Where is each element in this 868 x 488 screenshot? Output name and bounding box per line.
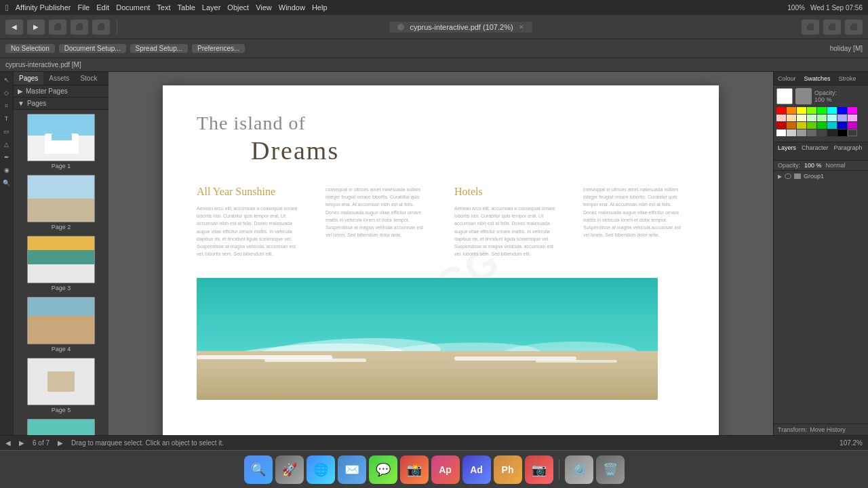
color-light-blue[interactable] bbox=[837, 115, 847, 121]
color-dark-magenta[interactable] bbox=[848, 122, 857, 129]
tab-stock[interactable]: Stock bbox=[75, 72, 102, 85]
dock-affinity-ph[interactable]: Ph bbox=[494, 455, 522, 484]
page-thumb-5[interactable]: Page 5 bbox=[16, 357, 106, 415]
dock-trash[interactable]: 🗑️ bbox=[596, 455, 625, 484]
layer-expand-icon[interactable]: ▶ bbox=[778, 174, 782, 180]
fill-tool[interactable]: ◉ bbox=[1, 165, 12, 176]
menu-view[interactable]: View bbox=[256, 3, 272, 12]
crop-tool[interactable]: ⌗ bbox=[1, 100, 12, 111]
dock-photos[interactable]: 📸 bbox=[400, 455, 429, 484]
page-thumb-2[interactable]: Page 2 bbox=[16, 174, 106, 232]
node-tool[interactable]: ◇ bbox=[1, 87, 12, 98]
menu-file[interactable]: File bbox=[77, 3, 90, 12]
dock-affinity-pub[interactable]: Ap bbox=[431, 455, 460, 484]
play-btn[interactable]: ▶ bbox=[58, 439, 63, 447]
color-peach[interactable] bbox=[787, 115, 796, 121]
color-dark-blue[interactable] bbox=[837, 122, 847, 129]
dock-safari[interactable]: 🌐 bbox=[307, 455, 335, 484]
doc-close-x[interactable]: ✕ bbox=[519, 24, 524, 30]
color-cyan[interactable] bbox=[827, 107, 837, 114]
character-tab[interactable]: Character bbox=[802, 144, 829, 158]
toolbar-btn-5[interactable]: ⬛ bbox=[92, 20, 110, 35]
menu-edit[interactable]: Edit bbox=[96, 3, 109, 12]
color-dark-orange[interactable] bbox=[787, 122, 796, 129]
color-dark-red[interactable] bbox=[776, 122, 786, 129]
doc-tab-title[interactable]: cyprus-interactive.pdf [M] bbox=[5, 61, 81, 68]
dock-settings[interactable]: ⚙️ bbox=[565, 455, 593, 484]
dock-mail[interactable]: ✉️ bbox=[338, 455, 366, 484]
menu-document[interactable]: Document bbox=[116, 3, 150, 12]
dock-launchpad[interactable]: 🚀 bbox=[275, 455, 304, 484]
color-dark-lime[interactable] bbox=[807, 122, 816, 129]
page-thumb-3[interactable]: Page 3 bbox=[16, 235, 106, 293]
color-light-magenta[interactable] bbox=[848, 115, 857, 121]
zoom-tool[interactable]: 🔍 bbox=[1, 178, 12, 188]
frame-tool[interactable]: ▭ bbox=[1, 126, 12, 137]
next-page-btn[interactable]: ▶ bbox=[19, 439, 24, 447]
canvas-area[interactable]: RRCG The island of Dreams All Year Sunsh… bbox=[108, 72, 773, 435]
toolbar-btn-1[interactable]: ◀ bbox=[5, 20, 23, 35]
prev-page-btn[interactable]: ◀ bbox=[5, 439, 11, 447]
color-mint[interactable] bbox=[817, 115, 827, 121]
page-thumb-6[interactable]: Page 6 bbox=[16, 418, 106, 435]
paragraph-tab[interactable]: Paragraph bbox=[834, 144, 863, 158]
select-tool[interactable]: ↖ bbox=[1, 75, 12, 85]
toolbar-right-3[interactable]: ⬛ bbox=[845, 20, 863, 35]
layer-item-group[interactable]: ▶ Group1 bbox=[774, 171, 868, 182]
tab-assets[interactable]: Assets bbox=[43, 72, 75, 85]
color-green[interactable] bbox=[817, 107, 827, 114]
color-white-swatch[interactable] bbox=[776, 88, 793, 104]
menu-window[interactable]: Window bbox=[279, 3, 305, 12]
menu-object[interactable]: Object bbox=[227, 3, 249, 12]
tab-pages[interactable]: Pages bbox=[14, 72, 43, 85]
color-dark-gray[interactable] bbox=[817, 129, 827, 136]
menu-layer[interactable]: Layer bbox=[202, 3, 221, 12]
dock-finder[interactable]: 🔍 bbox=[244, 455, 273, 484]
color-light-pink[interactable] bbox=[776, 115, 786, 121]
color-light-gray[interactable] bbox=[787, 129, 796, 136]
shape-tool[interactable]: △ bbox=[1, 139, 12, 150]
color-dark-cyan[interactable] bbox=[827, 122, 837, 129]
preferences-btn[interactable]: Preferences... bbox=[192, 44, 245, 53]
color-gray[interactable] bbox=[807, 129, 816, 136]
transform-tabs[interactable]: Move History bbox=[810, 426, 846, 433]
toolbar-btn-3[interactable]: ⬛ bbox=[49, 20, 66, 35]
toolbar-right-1[interactable]: ⬛ bbox=[802, 20, 819, 35]
menu-text[interactable]: Text bbox=[157, 3, 170, 12]
toolbar-right-2[interactable]: ⬛ bbox=[823, 20, 841, 35]
color-orange[interactable] bbox=[787, 107, 796, 114]
color-light-green[interactable] bbox=[807, 115, 816, 121]
color-magenta[interactable] bbox=[848, 107, 857, 114]
color-transparent[interactable] bbox=[848, 129, 857, 136]
dock-messages[interactable]: 💬 bbox=[369, 455, 397, 484]
menu-affinity[interactable]: Affinity Publisher bbox=[16, 3, 71, 12]
document-setup-btn[interactable]: Document Setup... bbox=[59, 44, 126, 53]
toolbar-btn-4[interactable]: ⬛ bbox=[71, 20, 88, 35]
page-thumb-1[interactable]: Page 1 bbox=[16, 113, 106, 171]
color-light-cyan[interactable] bbox=[827, 115, 837, 121]
layers-tab[interactable]: Layers bbox=[778, 144, 796, 158]
color-black[interactable] bbox=[837, 129, 847, 136]
no-selection-btn[interactable]: No Selection bbox=[5, 44, 55, 53]
color-gray-swatch[interactable] bbox=[795, 88, 812, 104]
color-red[interactable] bbox=[776, 107, 786, 114]
toolbar-btn-2[interactable]: ▶ bbox=[27, 20, 45, 35]
doc-close-btn[interactable] bbox=[397, 24, 404, 30]
color-dark-green[interactable] bbox=[817, 122, 827, 129]
color-yellow[interactable] bbox=[797, 107, 806, 114]
menu-table[interactable]: Table bbox=[178, 3, 195, 12]
dock-affinity-des[interactable]: Ad bbox=[462, 455, 491, 484]
pen-tool[interactable]: ✒ bbox=[1, 152, 12, 163]
rp-tab-swatches[interactable]: Swatches bbox=[800, 72, 835, 85]
menu-help[interactable]: Help bbox=[312, 3, 328, 12]
spread-setup-btn[interactable]: Spread Setup... bbox=[130, 44, 189, 53]
color-blue[interactable] bbox=[837, 107, 847, 114]
rp-tab-colour[interactable]: Colour bbox=[774, 72, 800, 85]
color-white[interactable] bbox=[776, 129, 786, 136]
color-darker-gray[interactable] bbox=[827, 129, 837, 136]
color-light-yellow[interactable] bbox=[797, 115, 806, 121]
page-thumb-4[interactable]: Page 4 bbox=[16, 296, 106, 354]
layer-visibility-toggle[interactable] bbox=[785, 174, 791, 179]
apple-logo[interactable]:  bbox=[5, 3, 9, 13]
color-dark-yellow[interactable] bbox=[797, 122, 806, 129]
